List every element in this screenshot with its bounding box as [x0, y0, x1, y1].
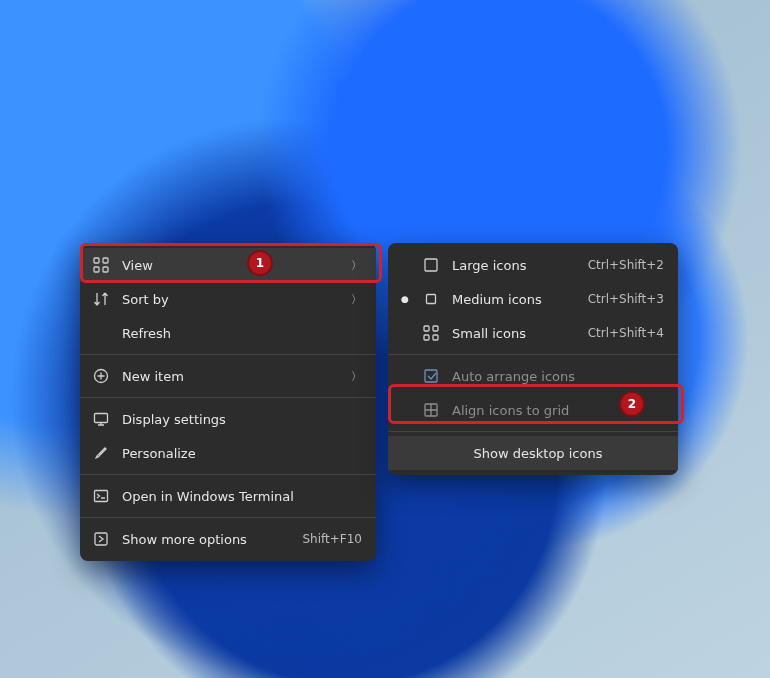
menu-separator [388, 354, 678, 355]
submenu-item-label: Small icons [452, 326, 576, 341]
svg-rect-12 [424, 335, 429, 340]
svg-rect-2 [94, 267, 99, 272]
menu-item-display-settings[interactable]: Display settings [80, 402, 376, 436]
submenu-item-small-icons[interactable]: Small icons Ctrl+Shift+4 [388, 316, 678, 350]
submenu-item-show-desktop-icons[interactable]: Show desktop icons [388, 436, 678, 470]
menu-item-label: Show more options [122, 532, 290, 547]
menu-separator [388, 431, 678, 432]
medium-icons-icon [422, 291, 440, 307]
align-grid-icon [422, 402, 440, 418]
menu-item-label: Open in Windows Terminal [122, 489, 362, 504]
submenu-item-large-icons[interactable]: Large icons Ctrl+Shift+2 [388, 248, 678, 282]
menu-separator [80, 517, 376, 518]
more-options-icon [92, 531, 110, 547]
desktop-context-menu: View 〉 Sort by 〉 Refresh New item 〉 Disp… [80, 243, 376, 561]
menu-item-label: New item [122, 369, 339, 384]
auto-arrange-icon [422, 368, 440, 384]
menu-separator [80, 397, 376, 398]
svg-rect-10 [424, 326, 429, 331]
svg-rect-9 [427, 295, 436, 304]
brush-icon [92, 445, 110, 461]
submenu-item-label: Show desktop icons [452, 446, 624, 461]
svg-rect-0 [94, 258, 99, 263]
menu-item-sort-by[interactable]: Sort by 〉 [80, 282, 376, 316]
view-submenu: Large icons Ctrl+Shift+2 ● Medium icons … [388, 243, 678, 475]
svg-rect-11 [433, 326, 438, 331]
submenu-item-label: Auto arrange icons [452, 369, 664, 384]
submenu-item-shortcut: Ctrl+Shift+2 [588, 258, 664, 272]
menu-item-new-item[interactable]: New item 〉 [80, 359, 376, 393]
submenu-item-auto-arrange[interactable]: Auto arrange icons [388, 359, 678, 393]
svg-rect-1 [103, 258, 108, 263]
menu-item-label: Personalize [122, 446, 362, 461]
svg-rect-3 [103, 267, 108, 272]
svg-rect-14 [425, 370, 437, 382]
menu-item-label: Refresh [122, 326, 362, 341]
menu-item-refresh[interactable]: Refresh [80, 316, 376, 350]
submenu-item-align-to-grid[interactable]: Align icons to grid [388, 393, 678, 427]
large-icons-icon [422, 257, 440, 273]
display-icon [92, 411, 110, 427]
menu-item-open-terminal[interactable]: Open in Windows Terminal [80, 479, 376, 513]
radio-indicator-selected: ● [400, 294, 410, 304]
chevron-right-icon: 〉 [351, 369, 362, 384]
svg-rect-13 [433, 335, 438, 340]
menu-item-shortcut: Shift+F10 [302, 532, 362, 546]
submenu-item-shortcut: Ctrl+Shift+4 [588, 326, 664, 340]
chevron-right-icon: 〉 [351, 258, 362, 273]
menu-item-label: Sort by [122, 292, 339, 307]
small-icons-icon [422, 325, 440, 341]
menu-item-label: Display settings [122, 412, 362, 427]
submenu-item-shortcut: Ctrl+Shift+3 [588, 292, 664, 306]
menu-item-personalize[interactable]: Personalize [80, 436, 376, 470]
terminal-icon [92, 488, 110, 504]
svg-rect-6 [95, 491, 108, 502]
submenu-item-medium-icons[interactable]: ● Medium icons Ctrl+Shift+3 [388, 282, 678, 316]
submenu-item-label: Large icons [452, 258, 576, 273]
menu-separator [80, 474, 376, 475]
submenu-item-label: Align icons to grid [452, 403, 664, 418]
svg-rect-7 [95, 533, 107, 545]
svg-rect-5 [95, 414, 108, 423]
submenu-item-label: Medium icons [452, 292, 576, 307]
plus-circle-icon [92, 368, 110, 384]
menu-item-view[interactable]: View 〉 [80, 248, 376, 282]
grid-icon [92, 257, 110, 273]
svg-rect-8 [425, 259, 437, 271]
chevron-right-icon: 〉 [351, 292, 362, 307]
menu-item-show-more-options[interactable]: Show more options Shift+F10 [80, 522, 376, 556]
menu-item-label: View [122, 258, 339, 273]
menu-separator [80, 354, 376, 355]
sort-icon [92, 291, 110, 307]
